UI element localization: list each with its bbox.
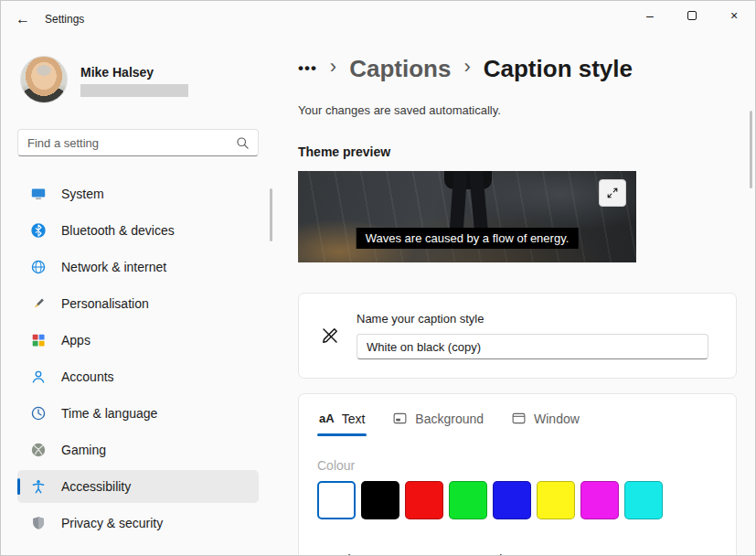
sidebar-item-privacy-security[interactable]: Privacy & security	[17, 507, 259, 540]
theme-preview-label: Theme preview	[298, 144, 755, 159]
sidebar-item-bluetooth-devices[interactable]: Bluetooth & devices	[17, 214, 259, 247]
colour-label: Colour	[317, 458, 718, 473]
system-icon	[30, 186, 47, 202]
swatch-yellow[interactable]	[537, 481, 575, 519]
titlebar: ← Settings – ×	[1, 1, 755, 37]
close-button[interactable]: ×	[713, 1, 755, 30]
swatch-blue[interactable]	[493, 481, 531, 519]
swatch-red[interactable]	[405, 481, 443, 519]
sidebar-item-label: Bluetooth & devices	[61, 223, 175, 238]
caption-style-tabs: aA Text Background Window	[317, 394, 718, 436]
main-scrollbar[interactable]	[750, 111, 752, 188]
privacy-icon	[30, 515, 47, 531]
breadcrumb-overflow-button[interactable]: •••	[298, 59, 317, 78]
caption-options-card: aA Text Background Window	[298, 393, 737, 556]
preview-person-silhouette	[444, 171, 492, 189]
sidebar-item-label: Gaming	[61, 443, 106, 457]
sidebar-item-label: Accounts	[61, 369, 114, 384]
maximize-icon	[687, 11, 697, 20]
sidebar-item-apps[interactable]: Apps	[17, 324, 259, 357]
user-profile[interactable]: Mike Halsey	[20, 56, 259, 103]
sidebar: Mike Halsey System	[1, 37, 275, 556]
sidebar-item-label: Personalisation	[61, 296, 149, 311]
swatch-magenta[interactable]	[580, 481, 619, 519]
search-input[interactable]	[27, 136, 235, 150]
personalisation-icon	[30, 295, 47, 312]
sidebar-item-gaming[interactable]: Gaming	[17, 433, 259, 466]
colour-swatches	[317, 481, 718, 519]
sidebar-item-network-internet[interactable]: Network & internet	[17, 251, 259, 283]
accessibility-icon	[30, 478, 47, 495]
sidebar-item-label: System	[61, 187, 104, 201]
opacity-label: Opacity	[317, 552, 491, 556]
text-format-icon: aA	[319, 412, 335, 425]
sidebar-item-accounts[interactable]: Accounts	[17, 360, 259, 393]
bluetooth-icon	[30, 222, 47, 239]
sidebar-item-label: Accessibility	[61, 479, 131, 494]
time-language-icon	[30, 405, 47, 422]
tab-label: Window	[534, 412, 580, 426]
sidebar-item-label: Time & language	[61, 406, 157, 421]
accounts-icon	[30, 369, 47, 385]
breadcrumb-captions[interactable]: Captions	[349, 55, 451, 83]
sidebar-nav: System Bluetooth & devices Network & int…	[17, 177, 259, 540]
tab-text[interactable]: aA Text	[317, 405, 367, 436]
swatch-black[interactable]	[361, 481, 399, 519]
sidebar-item-system[interactable]: System	[17, 177, 259, 210]
breadcrumb: ••• › Captions › Caption style	[298, 52, 755, 85]
sidebar-item-label: Network & internet	[61, 260, 166, 274]
background-icon	[392, 411, 408, 426]
caption-name-card: Name your caption style	[298, 293, 737, 379]
sidebar-item-personalisation[interactable]: Personalisation	[17, 287, 259, 320]
maximize-button[interactable]	[671, 1, 713, 30]
user-name: Mike Halsey	[80, 65, 188, 80]
search-icon	[235, 135, 250, 151]
network-icon	[30, 259, 47, 275]
back-button[interactable]: ←	[8, 6, 37, 32]
window-controls: – ×	[629, 1, 755, 30]
avatar	[20, 56, 68, 103]
expand-icon	[605, 186, 620, 200]
sidebar-item-time-language[interactable]: Time & language	[17, 397, 259, 430]
expand-preview-button[interactable]	[599, 179, 626, 207]
user-subtext-placeholder	[80, 84, 188, 97]
page-title: Caption style	[484, 55, 633, 83]
caption-sample-text: Waves are caused by a flow of energy.	[357, 228, 579, 249]
sidebar-item-label: Privacy & security	[61, 516, 163, 530]
sidebar-item-accessibility[interactable]: Accessibility	[17, 470, 259, 503]
sidebar-scrollbar[interactable]	[270, 188, 272, 241]
chevron-right-icon: ›	[330, 55, 336, 82]
gaming-icon	[30, 442, 47, 458]
autosave-note: Your changes are saved automatically.	[298, 103, 755, 117]
tab-label: Text	[342, 412, 366, 426]
main-content: ••• › Captions › Caption style Your chan…	[275, 37, 755, 556]
swatch-cyan[interactable]	[624, 481, 663, 519]
chevron-right-icon: ›	[463, 55, 470, 82]
sidebar-item-label: Apps	[61, 333, 91, 348]
window-title: Settings	[45, 13, 84, 26]
minimize-button[interactable]: –	[629, 1, 671, 30]
search-box[interactable]	[17, 129, 259, 156]
window-icon	[511, 411, 527, 426]
tab-background[interactable]: Background	[390, 405, 485, 436]
tab-label: Background	[415, 412, 484, 426]
size-label: Size	[491, 552, 516, 556]
apps-icon	[30, 332, 47, 348]
theme-preview-image: Waves are caused by a flow of energy.	[298, 171, 636, 262]
name-caption-style-label: Name your caption style	[357, 312, 708, 326]
swatch-green[interactable]	[449, 481, 487, 519]
swatch-white[interactable]	[317, 481, 356, 519]
caption-style-name-input[interactable]	[357, 334, 708, 359]
style-edit-icon	[319, 325, 341, 347]
tab-window[interactable]: Window	[509, 405, 581, 436]
